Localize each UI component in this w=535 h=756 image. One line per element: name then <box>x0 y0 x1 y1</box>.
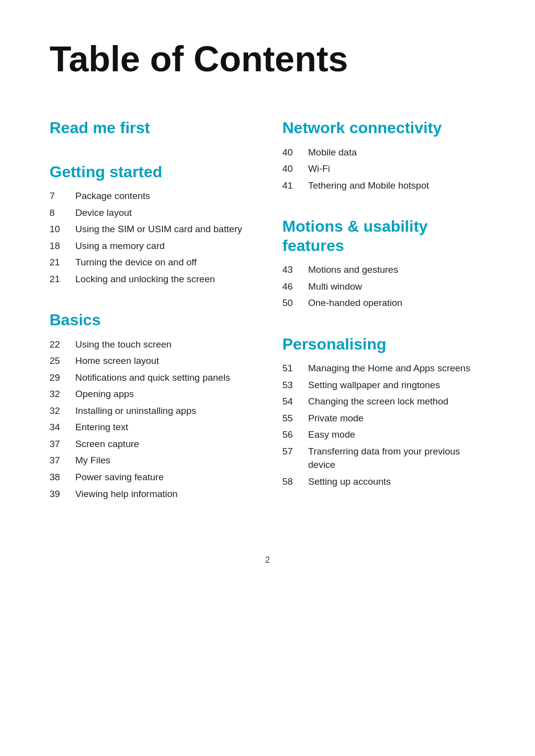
toc-entry-text: Home screen layout <box>75 354 159 368</box>
toc-page-num: 8 <box>50 206 75 220</box>
section-0: Read me first <box>50 118 253 137</box>
toc-page-num: 51 <box>282 361 308 375</box>
toc-entry-text: Opening apps <box>75 387 134 401</box>
toc-entry-text: Wi-Fi <box>308 162 330 176</box>
toc-list: 40Mobile data40Wi-Fi41Tethering and Mobi… <box>282 146 485 193</box>
toc-page-num: 55 <box>282 411 308 425</box>
toc-entry-text: Multi window <box>308 280 362 294</box>
left-column: Read me firstGetting started7Package con… <box>50 118 253 525</box>
section-title: Basics <box>50 310 253 329</box>
toc-entry-text: Managing the Home and Apps screens <box>308 361 470 375</box>
toc-item: 40Mobile data <box>282 146 485 159</box>
toc-item: 21Locking and unlocking the screen <box>50 272 253 286</box>
page-number: 2 <box>50 555 485 565</box>
toc-list: 51Managing the Home and Apps screens53Se… <box>282 361 485 488</box>
toc-list: 22Using the touch screen25Home screen la… <box>50 338 253 501</box>
toc-entry-text: Mobile data <box>308 146 357 159</box>
toc-item: 10Using the SIM or USIM card and battery <box>50 222 253 236</box>
toc-entry-text: Tethering and Mobile hotspot <box>308 179 429 193</box>
toc-item: 56Easy mode <box>282 428 485 442</box>
toc-entry-text: Using the touch screen <box>75 338 171 352</box>
toc-page-num: 40 <box>282 162 308 176</box>
section-title: Network connectivity <box>282 118 485 137</box>
toc-page-num: 41 <box>282 179 308 193</box>
toc-page-num: 57 <box>282 445 308 458</box>
toc-item: 32Installing or uninstalling apps <box>50 404 253 418</box>
toc-entry-text: Setting up accounts <box>308 475 391 489</box>
toc-item: 50One-handed operation <box>282 296 485 310</box>
toc-entry-text: Screen capture <box>75 437 139 451</box>
toc-item: 18Using a memory card <box>50 239 253 253</box>
section-title: Getting started <box>50 162 253 181</box>
toc-item: 32Opening apps <box>50 387 253 401</box>
toc-item: 54Changing the screen lock method <box>282 395 485 408</box>
toc-list: 7Package contents8Device layout10Using t… <box>50 189 253 286</box>
toc-item: 57Transferring data from your previous d… <box>282 445 485 472</box>
toc-page-num: 50 <box>282 296 308 310</box>
toc-item: 8Device layout <box>50 206 253 220</box>
section-2: Basics22Using the touch screen25Home scr… <box>50 310 253 501</box>
toc-item: 41Tethering and Mobile hotspot <box>282 179 485 193</box>
page-title: Table of Contents <box>50 40 485 79</box>
toc-entry-text: Device layout <box>75 206 132 220</box>
toc-item: 39Viewing help information <box>50 487 253 501</box>
toc-entry-text: Private mode <box>308 411 364 425</box>
toc-page-num: 53 <box>282 378 308 392</box>
toc-entry-text: Power saving feature <box>75 470 164 484</box>
toc-list: 43Motions and gestures46Multi window50On… <box>282 263 485 310</box>
toc-entry-text: Turning the device on and off <box>75 255 197 269</box>
toc-item: 22Using the touch screen <box>50 338 253 352</box>
section-1: Motions & usability features43Motions an… <box>282 217 485 309</box>
toc-page-num: 58 <box>282 475 308 489</box>
toc-entry-text: Easy mode <box>308 428 355 442</box>
section-0: Network connectivity40Mobile data40Wi-Fi… <box>282 118 485 192</box>
toc-page-num: 7 <box>50 189 75 203</box>
toc-entry-text: Transferring data from your previous dev… <box>308 445 485 472</box>
toc-page-num: 39 <box>50 487 75 501</box>
toc-item: 40Wi-Fi <box>282 162 485 176</box>
toc-page-num: 32 <box>50 404 75 418</box>
toc-page-num: 32 <box>50 387 75 401</box>
toc-page-num: 46 <box>282 280 308 294</box>
section-title: Motions & usability features <box>282 217 485 255</box>
toc-entry-text: Entering text <box>75 420 128 434</box>
toc-page-num: 54 <box>282 395 308 408</box>
section-2: Personalising51Managing the Home and App… <box>282 335 485 489</box>
toc-item: 53Setting wallpaper and ringtones <box>282 378 485 392</box>
toc-item: 58Setting up accounts <box>282 475 485 489</box>
toc-item: 38Power saving feature <box>50 470 253 484</box>
toc-page-num: 21 <box>50 272 75 286</box>
toc-item: 37My Files <box>50 454 253 467</box>
toc-page-num: 37 <box>50 437 75 451</box>
toc-page-num: 37 <box>50 454 75 467</box>
toc-page-num: 29 <box>50 371 75 385</box>
section-1: Getting started7Package contents8Device … <box>50 162 253 286</box>
toc-page-num: 25 <box>50 354 75 368</box>
toc-entry-text: My Files <box>75 454 110 467</box>
toc-item: 34Entering text <box>50 420 253 434</box>
toc-item: 43Motions and gestures <box>282 263 485 277</box>
toc-page-num: 56 <box>282 428 308 442</box>
toc-page-num: 10 <box>50 222 75 236</box>
toc-entry-text: Package contents <box>75 189 150 203</box>
toc-item: 21Turning the device on and off <box>50 255 253 269</box>
toc-entry-text: Using a memory card <box>75 239 165 253</box>
toc-page-num: 34 <box>50 420 75 434</box>
toc-page-num: 40 <box>282 146 308 159</box>
toc-item: 25Home screen layout <box>50 354 253 368</box>
toc-entry-text: Notifications and quick setting panels <box>75 371 230 385</box>
toc-entry-text: One-handed operation <box>308 296 402 310</box>
toc-entry-text: Viewing help information <box>75 487 178 501</box>
toc-item: 51Managing the Home and Apps screens <box>282 361 485 375</box>
toc-page-num: 22 <box>50 338 75 352</box>
toc-entry-text: Setting wallpaper and ringtones <box>308 378 440 392</box>
toc-item: 7Package contents <box>50 189 253 203</box>
toc-page-num: 43 <box>282 263 308 277</box>
toc-item: 37Screen capture <box>50 437 253 451</box>
toc-item: 46Multi window <box>282 280 485 294</box>
toc-item: 29Notifications and quick setting panels <box>50 371 253 385</box>
toc-entry-text: Installing or uninstalling apps <box>75 404 196 418</box>
toc-entry-text: Locking and unlocking the screen <box>75 272 215 286</box>
right-column: Network connectivity40Mobile data40Wi-Fi… <box>282 118 485 525</box>
section-title: Personalising <box>282 335 485 353</box>
